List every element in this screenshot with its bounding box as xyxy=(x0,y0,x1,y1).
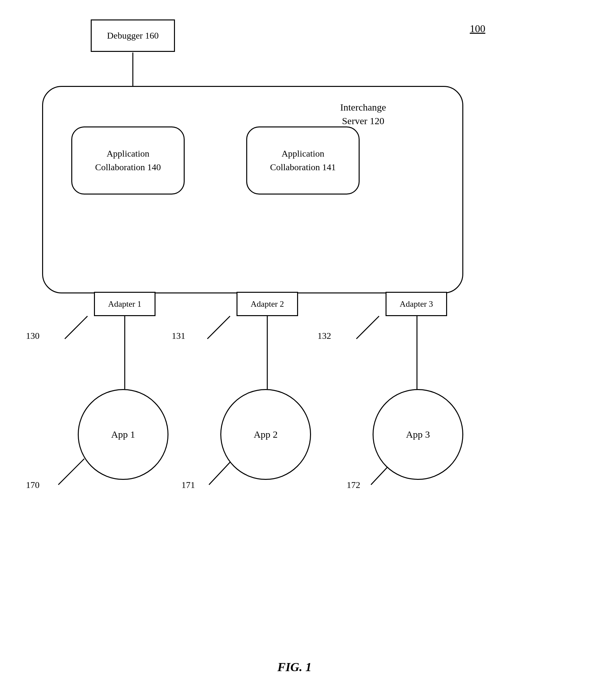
adapter-3-label: Adapter 3 xyxy=(399,299,433,309)
app-2-circle: App 2 xyxy=(220,389,311,480)
debugger-label: Debugger 160 xyxy=(107,30,158,41)
debugger-box: Debugger 160 xyxy=(91,19,175,52)
ref-172: 172 xyxy=(347,480,360,490)
interchange-label-line2: Server 120 xyxy=(340,114,386,128)
app-1-label: App 1 xyxy=(111,429,135,440)
app-1-circle: App 1 xyxy=(78,389,169,480)
app-2-label: App 2 xyxy=(254,429,278,440)
app-3-circle: App 3 xyxy=(373,389,463,480)
ref-130: 130 xyxy=(26,331,39,341)
adapter-1-label: Adapter 1 xyxy=(108,299,141,309)
ref-100: 100 xyxy=(470,23,485,35)
app-collab-141-label: Application Collaboration 141 xyxy=(270,147,336,174)
svg-line-11 xyxy=(207,316,230,339)
adapter-1-box: Adapter 1 xyxy=(94,292,156,316)
svg-line-10 xyxy=(65,316,87,339)
svg-line-14 xyxy=(209,459,233,485)
app-collab-140-label: Application Collaboration 140 xyxy=(95,147,161,174)
ref-170: 170 xyxy=(26,480,39,490)
ref-171: 171 xyxy=(181,480,195,490)
adapter-2-label: Adapter 2 xyxy=(250,299,284,309)
app-collab-141-box: Application Collaboration 141 xyxy=(246,126,360,194)
adapter-3-box: Adapter 3 xyxy=(386,292,447,316)
interchange-server-label: Interchange Server 120 xyxy=(340,101,386,128)
app-3-label: App 3 xyxy=(406,429,430,440)
figure-label: FIG. 1 xyxy=(277,660,312,674)
adapter-2-box: Adapter 2 xyxy=(236,292,298,316)
interchange-label-line1: Interchange xyxy=(340,101,386,114)
svg-line-13 xyxy=(58,459,84,485)
app-collab-140-box: Application Collaboration 140 xyxy=(71,126,185,194)
ref-132: 132 xyxy=(318,331,331,341)
ref-131: 131 xyxy=(172,331,185,341)
diagram-container: Debugger 160 100 Interchange Server 120 … xyxy=(0,0,589,700)
svg-line-12 xyxy=(356,316,379,339)
